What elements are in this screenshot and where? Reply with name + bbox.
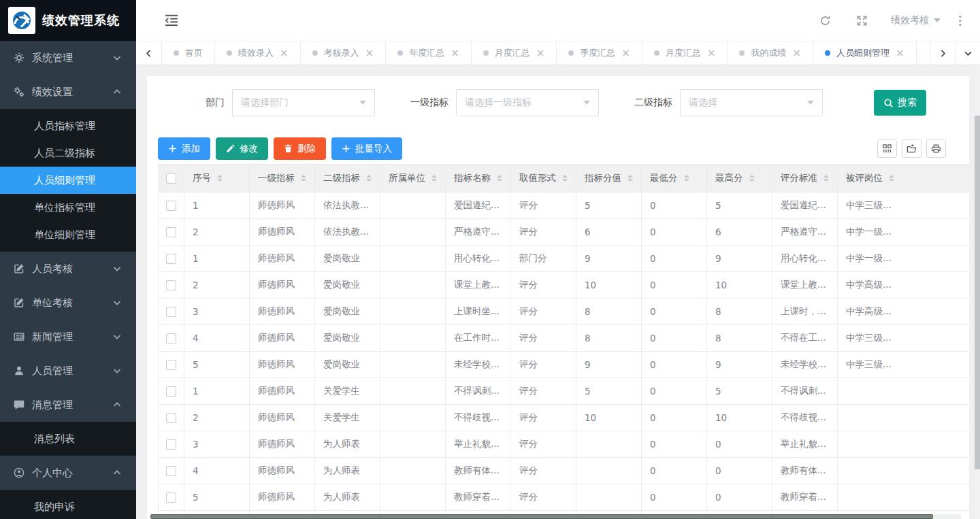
tab-人员细则管理[interactable]: 人员细则管理× bbox=[813, 41, 917, 65]
row-checkbox[interactable] bbox=[166, 227, 176, 237]
column-header-最高分[interactable]: 最高分 bbox=[707, 165, 772, 192]
tab-首页[interactable]: 首页 bbox=[162, 41, 215, 65]
vertical-scrollbar-thumb[interactable] bbox=[975, 116, 980, 469]
table-row[interactable]: 3师德师风为人师表举止礼貌...评分00举止礼貌... bbox=[159, 431, 970, 458]
sidebar-subitem-单位细则管理[interactable]: 单位细则管理 bbox=[0, 221, 136, 248]
select-部门[interactable]: 请选择部门 bbox=[232, 89, 375, 116]
table-row[interactable]: 2师德师风依法执教...严格遵守...评分606严格遵守...中学一级... bbox=[159, 219, 970, 246]
column-header-二级指标[interactable]: 二级指标 bbox=[315, 165, 380, 192]
sidebar-subitem-人员细则管理[interactable]: 人员细则管理 bbox=[0, 167, 136, 194]
table-row[interactable]: 5师德师风为人师表教师穿着...评分00教师穿着... bbox=[159, 484, 970, 511]
sidebar-item-message[interactable]: 消息管理 bbox=[0, 388, 136, 422]
删除-button[interactable]: 删除 bbox=[274, 137, 326, 160]
column-header-指标分值[interactable]: 指标分值 bbox=[576, 165, 642, 192]
sidebar-item-personal[interactable]: 个人中心 bbox=[0, 456, 136, 490]
tab-close-icon[interactable]: × bbox=[896, 48, 904, 58]
column-header-指标名称[interactable]: 指标名称 bbox=[446, 165, 511, 192]
row-checkbox[interactable] bbox=[166, 333, 176, 344]
tab-close-icon[interactable]: × bbox=[365, 48, 374, 58]
column-header-取值形式[interactable]: 取值形式 bbox=[511, 165, 576, 192]
tab-月度汇总[interactable]: 月度汇总× bbox=[472, 41, 557, 65]
tab-close-icon[interactable]: × bbox=[621, 48, 630, 58]
table-row[interactable]: 1师德师风依法执教...爱国遵纪...评分505爱国遵纪...中学三级... bbox=[159, 192, 970, 219]
table-row[interactable]: 4师德师风为人师表教师有体...评分00教师有体... bbox=[159, 458, 970, 484]
sort-icon[interactable] bbox=[497, 175, 502, 182]
row-checkbox[interactable] bbox=[166, 386, 176, 397]
row-checkbox[interactable] bbox=[166, 492, 176, 503]
sort-icon[interactable] bbox=[889, 175, 894, 182]
fullscreen-icon[interactable] bbox=[856, 15, 868, 27]
sidebar-subitem-我的申诉[interactable]: 我的申诉 bbox=[0, 493, 136, 519]
column-header-所属单位[interactable]: 所属单位 bbox=[380, 165, 446, 192]
table-row[interactable]: 3师德师风爱岗敬业上课时坐...评分808上课时，...中学高级... bbox=[159, 299, 970, 325]
tab-close-icon[interactable]: × bbox=[792, 48, 801, 58]
sort-icon[interactable] bbox=[627, 175, 633, 182]
tab-close-icon[interactable]: × bbox=[536, 48, 545, 58]
tabs-menu-chevron-down-icon[interactable] bbox=[956, 41, 980, 65]
sort-icon[interactable] bbox=[823, 175, 829, 182]
sidebar-subitem-人员指标管理[interactable]: 人员指标管理 bbox=[0, 112, 136, 139]
horizontal-scrollbar-thumb[interactable] bbox=[150, 514, 933, 519]
refresh-icon[interactable] bbox=[819, 15, 831, 27]
select-一级指标[interactable]: 请选择一级指标 bbox=[456, 89, 599, 116]
tab-季度汇总[interactable]: 季度汇总× bbox=[557, 41, 642, 65]
column-header-一级指标[interactable]: 一级指标 bbox=[250, 165, 315, 192]
tab-绩效录入[interactable]: 绩效录入× bbox=[215, 41, 301, 65]
sidebar-item-unit-assess[interactable]: 单位考核 bbox=[0, 286, 136, 320]
sidebar-item-perf-settings[interactable]: 绩效设置 bbox=[0, 75, 136, 109]
sort-icon[interactable] bbox=[366, 175, 372, 182]
sidebar-item-news[interactable]: 新闻管理 bbox=[0, 320, 136, 354]
sort-icon[interactable] bbox=[217, 175, 223, 182]
role-dropdown[interactable]: 绩效考核 bbox=[891, 14, 941, 27]
修改-button[interactable]: 修改 bbox=[216, 137, 268, 160]
row-checkbox[interactable] bbox=[166, 466, 176, 476]
sidebar-item-system[interactable]: 系统管理 bbox=[0, 41, 136, 75]
tab-close-icon[interactable]: × bbox=[280, 48, 289, 58]
tab-close-icon[interactable]: × bbox=[451, 48, 459, 58]
sort-icon[interactable] bbox=[301, 175, 306, 182]
column-header-评分标准[interactable]: 评分标准 bbox=[772, 165, 838, 192]
row-checkbox[interactable] bbox=[166, 307, 176, 317]
tool-columns-button[interactable] bbox=[877, 139, 897, 158]
sidebar-subitem-单位指标管理[interactable]: 单位指标管理 bbox=[0, 194, 136, 221]
tab-年度汇总[interactable]: 年度汇总× bbox=[386, 41, 472, 65]
tab-我的成绩[interactable]: 我的成绩× bbox=[728, 41, 813, 65]
sidebar-subitem-消息列表[interactable]: 消息列表 bbox=[0, 425, 136, 452]
sidebar-collapse-icon[interactable] bbox=[165, 14, 178, 27]
tab-月度汇总[interactable]: 月度汇总× bbox=[642, 41, 728, 65]
sidebar-item-person-mgmt[interactable]: 人员管理 bbox=[0, 354, 136, 388]
tool-export-button[interactable] bbox=[902, 139, 921, 158]
select-二级指标[interactable]: 请选择 bbox=[680, 89, 823, 116]
row-checkbox[interactable] bbox=[166, 413, 176, 423]
column-header-被评岗位[interactable]: 被评岗位 bbox=[838, 165, 970, 192]
sort-icon[interactable] bbox=[684, 175, 689, 182]
row-checkbox[interactable] bbox=[166, 360, 176, 370]
table-row[interactable]: 1师德师风关爱学生不得讽刺...评分505不得讽刺... bbox=[159, 378, 970, 405]
table-row[interactable]: 1师德师风爱岗敬业用心转化...部门分909用心转化...中学一级... bbox=[159, 246, 970, 272]
table-row[interactable]: 4师德师风爱岗敬业在工作时...评分808不得在工...中学三级... bbox=[159, 325, 970, 352]
table-row[interactable]: 2师德师风爱岗敬业课堂上教...评分10010课堂上教...中学高级... bbox=[159, 272, 970, 299]
tabs-scroll-left-icon[interactable] bbox=[136, 41, 162, 65]
tab-close-icon[interactable]: × bbox=[707, 48, 716, 58]
sort-icon[interactable] bbox=[749, 175, 755, 182]
tabs-scroll-right-icon[interactable] bbox=[930, 41, 956, 65]
select-all-checkbox[interactable] bbox=[166, 173, 176, 184]
sort-icon[interactable] bbox=[562, 175, 568, 182]
row-checkbox[interactable] bbox=[166, 201, 176, 211]
table-row[interactable]: 2师德师风关爱学生不得歧视...评分10010不得歧视... bbox=[159, 405, 970, 431]
table-row[interactable]: 5师德师风爱岗敬业未经学校...评分909未经学校...中学三级... bbox=[159, 352, 970, 378]
添加-button[interactable]: 添加 bbox=[158, 137, 210, 160]
kebab-menu-icon[interactable] bbox=[958, 15, 968, 27]
tab-考核录入[interactable]: 考核录入× bbox=[301, 41, 387, 65]
批量导入-button[interactable]: 批量导入 bbox=[331, 137, 402, 160]
column-header-序号[interactable]: 序号 bbox=[184, 165, 250, 192]
row-checkbox[interactable] bbox=[166, 254, 176, 264]
sort-icon[interactable] bbox=[431, 175, 437, 182]
search-button[interactable]: 搜索 bbox=[874, 90, 926, 116]
sidebar-item-person-assess[interactable]: 人员考核 bbox=[0, 252, 136, 286]
row-checkbox[interactable] bbox=[166, 280, 176, 290]
sidebar-subitem-人员二级指标[interactable]: 人员二级指标 bbox=[0, 139, 136, 167]
tool-print-button[interactable] bbox=[926, 139, 946, 158]
column-header-最低分[interactable]: 最低分 bbox=[642, 165, 707, 192]
row-checkbox[interactable] bbox=[166, 439, 176, 450]
